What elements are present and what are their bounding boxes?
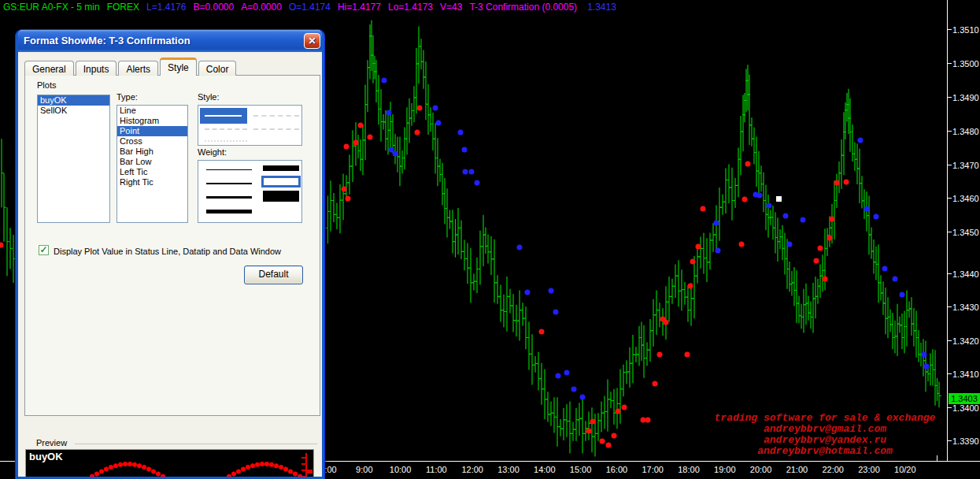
type-item-cross[interactable]: Cross (117, 136, 187, 147)
tab-style[interactable]: Style (160, 58, 197, 76)
time-label: 16:00 (606, 465, 628, 474)
display-plot-value-label: Display Plot Value in Status Line, Datat… (54, 247, 281, 256)
style-option-dash[interactable] (253, 115, 299, 117)
type-item-left-tic[interactable]: Left Tic (117, 167, 187, 177)
type-item-bar-high[interactable]: Bar High (117, 147, 187, 157)
time-label: 15:00 (570, 465, 592, 474)
watermark-line: andreybbrv@hotmail.com (708, 446, 941, 457)
price-label: 1.3390 (952, 436, 979, 446)
price-axis-line (947, 0, 948, 461)
type-item-point[interactable]: Point (117, 126, 187, 136)
weight-option-5[interactable] (263, 165, 299, 171)
price-tick (947, 232, 952, 232)
plot-item-sellok[interactable]: SellOK (38, 106, 109, 116)
time-label: 11:00 (426, 465, 447, 474)
time-label: 13:00 (497, 465, 520, 474)
dialog-tabs: GeneralInputsAlertsStyleColor (24, 58, 238, 76)
preview-plot-name: buyOK (29, 451, 63, 462)
price-tick (947, 198, 952, 199)
price-tick (947, 165, 952, 165)
price-label: 1.3430 (952, 303, 979, 312)
weight-option-4[interactable] (206, 210, 252, 214)
price-tick (947, 273, 952, 274)
style-option-dash2[interactable] (205, 128, 247, 130)
price-label: 1.3410 (952, 369, 979, 379)
line-style-picker[interactable] (198, 105, 302, 146)
time-label: 14:00 (534, 465, 556, 474)
price-label: 1.3470 (952, 161, 979, 170)
current-price-badge: 1.3403 (949, 393, 980, 404)
time-label: 9:00 (356, 465, 372, 474)
weight-option-2[interactable] (206, 183, 252, 184)
price-tick (947, 63, 952, 64)
default-button[interactable]: Default (244, 265, 303, 284)
style-tab-panel: Plots buyOKSellOK Type: LineHistogramPoi… (24, 75, 320, 416)
weight-option-1[interactable] (206, 169, 252, 170)
time-label: 18:00 (678, 465, 700, 474)
watermark-line: andreybbrv@yandex.ru (708, 435, 941, 446)
style-option-dotted[interactable] (205, 140, 247, 142)
preview-header: Preview (28, 438, 317, 449)
price-tick (947, 407, 952, 408)
price-label: 1.3450 (952, 228, 979, 237)
time-label: 21:00 (786, 465, 808, 474)
type-item-line[interactable]: Line (117, 106, 187, 116)
preview-plot (26, 450, 313, 479)
price-label: 1.3480 (952, 127, 979, 136)
weight-picker[interactable] (198, 160, 302, 223)
price-tick (947, 440, 952, 441)
format-showme-dialog: Format ShowMe: T-3 Confirmation ✕ Genera… (16, 30, 324, 479)
watermark-line: andreybbrv@gmail.com (708, 424, 941, 435)
watermark-line: trading software for sale & exchange (708, 413, 941, 424)
style-option-solid-selected[interactable] (200, 108, 247, 124)
close-icon[interactable]: ✕ (304, 33, 320, 49)
price-label: 1.3490 (952, 93, 979, 102)
price-label: 1.3440 (952, 269, 979, 279)
type-item-right-tic[interactable]: Right Tic (117, 177, 187, 188)
price-tick (947, 131, 952, 132)
tab-alerts[interactable]: Alerts (118, 61, 158, 76)
time-label: 23:00 (858, 465, 880, 474)
plots-label: Plots (37, 80, 56, 90)
time-label: 22:00 (822, 465, 844, 474)
dialog-title-bar[interactable]: Format ShowMe: T-3 Confirmation ✕ (16, 30, 324, 52)
price-label: 1.3460 (952, 194, 979, 203)
weight-option-selected[interactable] (261, 176, 301, 188)
price-tick (947, 29, 952, 30)
dialog-body: GeneralInputsAlertsStyleColor Plots buyO… (18, 52, 322, 477)
price-label: 1.3420 (952, 336, 979, 346)
time-label: 19:00 (714, 465, 736, 474)
preview-box: buyOK (25, 449, 314, 479)
time-label: 12:00 (461, 465, 483, 474)
price-label: 1.3500 (952, 59, 979, 69)
trading-app-window: GS:EUR A0-FX - 5 minFOREXL=1.4176B=0.000… (0, 0, 980, 479)
price-label: 1.3510 (952, 25, 979, 35)
preview-divider (75, 444, 317, 444)
price-tick (947, 373, 952, 374)
style-label: Style: (198, 92, 220, 102)
type-item-histogram[interactable]: Histogram (117, 116, 187, 126)
time-label: 10/20 (894, 465, 916, 474)
watermark-text: trading software for sale & exchangeandr… (708, 413, 941, 457)
time-label: 17:00 (642, 465, 664, 474)
tab-general[interactable]: General (24, 61, 74, 76)
tab-color[interactable]: Color (198, 61, 237, 76)
weight-option-7[interactable] (263, 191, 299, 202)
weight-label: Weight: (198, 147, 227, 157)
plot-item-buyok[interactable]: buyOK (38, 95, 109, 106)
type-item-bar-low[interactable]: Bar Low (117, 157, 187, 167)
type-label: Type: (116, 92, 138, 102)
price-tick (947, 306, 952, 307)
style-option-dashdot[interactable] (253, 128, 299, 130)
display-plot-value-checkbox[interactable]: ✓ (39, 245, 49, 255)
time-label: 10:00 (390, 465, 412, 474)
time-label: 20:00 (750, 465, 772, 474)
price-tick (947, 340, 952, 341)
tab-inputs[interactable]: Inputs (76, 61, 117, 76)
type-listbox[interactable]: LineHistogramPointCrossBar HighBar LowLe… (116, 105, 188, 223)
plots-listbox[interactable]: buyOKSellOK (37, 95, 110, 223)
price-tick (947, 97, 952, 98)
weight-option-3[interactable] (206, 196, 252, 199)
price-label: 1.3400 (952, 403, 979, 413)
dialog-title: Format ShowMe: T-3 Confirmation (24, 35, 190, 46)
